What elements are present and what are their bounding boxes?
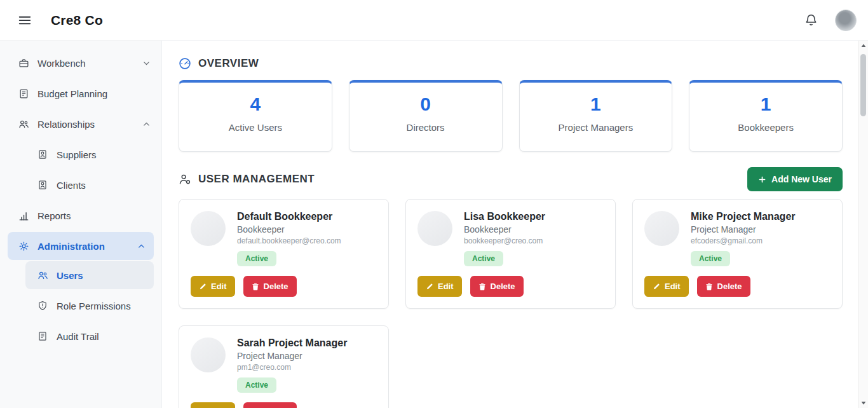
sidebar-item-administration[interactable]: Administration (8, 232, 154, 260)
stat-label: Directors (349, 122, 502, 133)
stat-value: 1 (520, 93, 672, 115)
overview-title: OVERVIEW (198, 57, 259, 70)
stat-value: 1 (689, 93, 842, 115)
top-bar: Cre8 Co (0, 0, 868, 41)
user-email: efcoders@gmail.com (691, 236, 796, 245)
chevron-up-icon (136, 241, 146, 251)
bar-chart-icon (18, 210, 29, 221)
user-card-avatar (191, 337, 226, 372)
status-badge: Active (464, 251, 503, 266)
scroll-down-arrow-icon[interactable] (858, 398, 868, 408)
sidebar-item-label: Administration (37, 241, 128, 252)
sidebar-item-label: Suppliers (57, 149, 151, 160)
trash-icon (478, 283, 486, 290)
pencil-icon (199, 283, 207, 290)
edit-button-label: Edit (665, 282, 681, 291)
delete-button-label: Delete (717, 282, 742, 291)
users-icon (37, 269, 48, 281)
stat-card-directors: 0 Directors (349, 80, 503, 152)
stats-row: 4 Active Users 0 Directors 1 Project Man… (179, 80, 843, 152)
sidebar-item-label: Users (57, 270, 144, 281)
stat-label: Project Managers (520, 122, 672, 133)
user-role: Project Manager (691, 224, 796, 235)
edit-user-button[interactable]: Edit (191, 276, 235, 297)
people-icon (18, 118, 29, 130)
user-cards-grid: Default Bookkeeper Bookkeeper default.bo… (179, 199, 843, 408)
sidebar-item-label: Budget Planning (37, 88, 151, 99)
user-role: Bookkeeper (237, 224, 341, 235)
user-name: Lisa Bookkeeper (464, 211, 545, 222)
edit-user-button[interactable]: Edit (644, 276, 689, 297)
user-name: Mike Project Manager (691, 211, 796, 222)
delete-button-label: Delete (491, 282, 515, 291)
chevron-up-icon (141, 119, 151, 129)
user-card: Lisa Bookkeeper Bookkeeper bookkeeper@cr… (405, 199, 616, 309)
stat-label: Active Users (179, 122, 332, 133)
sidebar-item-reports[interactable]: Reports (0, 200, 161, 231)
edit-button-label: Edit (438, 282, 454, 291)
person-gear-icon (179, 173, 191, 186)
notifications-bell-icon[interactable] (802, 11, 820, 29)
delete-user-button[interactable]: Delete (243, 276, 297, 297)
user-role: Bookkeeper (464, 224, 545, 235)
delete-button-label: Delete (264, 282, 288, 291)
user-management-header: USER MANAGEMENT Add New User (179, 167, 843, 191)
ledger-icon (18, 88, 29, 99)
sidebar-item-label: Workbench (37, 58, 133, 69)
status-badge: Active (237, 251, 276, 266)
shield-icon (37, 300, 48, 311)
delete-user-button[interactable]: Delete (243, 402, 297, 408)
sidebar-item-budget-planning[interactable]: Budget Planning (0, 78, 161, 109)
delete-user-button[interactable]: Delete (697, 276, 750, 297)
stat-label: Bookkeepers (689, 122, 842, 133)
document-list-icon (37, 330, 48, 342)
sidebar: Workbench Budget Planning Relationships (0, 41, 162, 408)
scrollbar-thumb[interactable] (860, 54, 866, 116)
scrollbar[interactable] (858, 41, 868, 408)
sidebar-item-audit-trail[interactable]: Audit Trail (0, 321, 161, 351)
brand-logo: Cre8 Co (51, 13, 103, 28)
trash-icon (252, 283, 259, 290)
user-role: Project Manager (237, 351, 347, 361)
delete-user-button[interactable]: Delete (470, 276, 524, 297)
user-card: Sarah Project Manager Project Manager pm… (179, 325, 389, 408)
edit-user-button[interactable]: Edit (191, 402, 235, 408)
edit-user-button[interactable]: Edit (417, 276, 462, 297)
pencil-icon (426, 283, 433, 290)
sidebar-item-label: Reports (37, 210, 151, 221)
sidebar-item-label: Audit Trail (57, 331, 151, 342)
status-badge: Active (237, 377, 276, 393)
user-avatar[interactable] (835, 10, 857, 31)
user-email: bookkeeper@creo.com (464, 236, 545, 245)
sidebar-item-relationships[interactable]: Relationships (0, 109, 161, 139)
person-badge-icon (37, 149, 48, 160)
stat-card-project-managers: 1 Project Managers (519, 80, 673, 152)
sidebar-item-label: Role Permissions (57, 301, 151, 311)
sidebar-item-label: Relationships (37, 119, 133, 130)
user-card: Mike Project Manager Project Manager efc… (632, 199, 843, 309)
sidebar-item-suppliers[interactable]: Suppliers (0, 139, 161, 170)
status-badge: Active (691, 251, 730, 266)
speedometer-icon (179, 57, 191, 70)
sidebar-item-users[interactable]: Users (25, 261, 154, 289)
sidebar-item-workbench[interactable]: Workbench (0, 48, 161, 78)
user-card-avatar (191, 211, 226, 246)
scroll-up-arrow-icon[interactable] (858, 41, 868, 51)
person-badge-icon (37, 179, 48, 191)
user-name: Sarah Project Manager (237, 337, 347, 349)
briefcase-icon (18, 57, 29, 69)
sidebar-item-role-permissions[interactable]: Role Permissions (0, 290, 161, 321)
hamburger-menu-icon[interactable] (15, 11, 34, 30)
sidebar-item-clients[interactable]: Clients (0, 170, 161, 200)
stat-value: 4 (179, 93, 332, 115)
user-email: pm1@creo.com (237, 363, 347, 372)
gear-icon (18, 240, 29, 252)
stat-value: 0 (349, 93, 502, 115)
user-card-avatar (644, 211, 679, 246)
add-new-user-button[interactable]: Add New User (747, 167, 843, 191)
trash-icon (705, 283, 713, 290)
edit-button-label: Edit (211, 282, 227, 291)
sidebar-item-label: Clients (57, 180, 151, 191)
add-new-user-label: Add New User (771, 174, 832, 184)
overview-header: OVERVIEW (179, 57, 843, 70)
